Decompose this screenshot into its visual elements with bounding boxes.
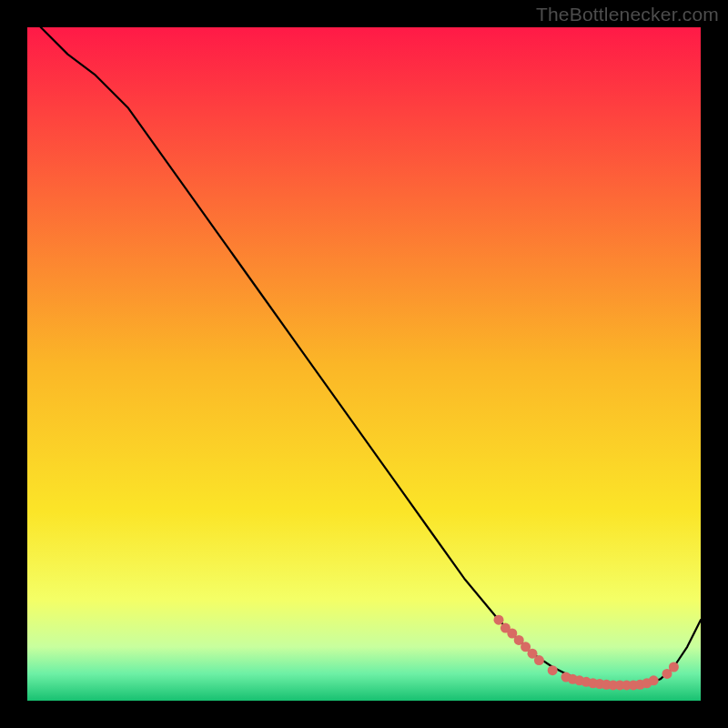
point-highlight-ascent	[669, 662, 679, 672]
point-flat-dots	[649, 675, 659, 685]
gradient-background	[27, 27, 701, 701]
point-highlight-descent	[494, 615, 504, 625]
chart-frame: TheBottlenecker.com	[0, 0, 728, 728]
watermark-text: TheBottlenecker.com	[536, 4, 719, 25]
point-highlight-descent	[534, 655, 544, 665]
point-flat-dots	[548, 665, 558, 675]
chart-svg	[27, 27, 701, 701]
plot-area	[27, 27, 701, 701]
